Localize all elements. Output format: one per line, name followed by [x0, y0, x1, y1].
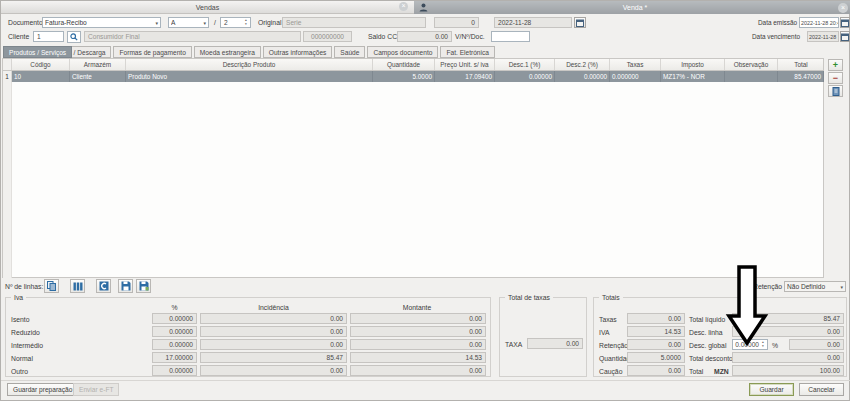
iva-pct-field: 0.00000 [152, 313, 197, 324]
taxa-value: 0.00 [566, 340, 579, 347]
save-as-icon [139, 281, 149, 291]
totais-left-value: 0.00 [668, 367, 681, 374]
currency-button[interactable] [96, 279, 111, 293]
iva-row-label: Reduzido [11, 329, 40, 336]
tab-campos-documento[interactable]: Campos documento [367, 46, 438, 58]
totais-left-field: 0.00 [627, 339, 685, 350]
doc-number-input[interactable]: 2 [220, 17, 251, 28]
count-value: 0 [471, 19, 475, 26]
col-observacao[interactable]: Observação [725, 59, 778, 70]
search-button[interactable] [67, 31, 81, 43]
currency-label: MZN [714, 368, 729, 375]
chevron-down-icon [203, 20, 206, 26]
documento-select[interactable]: Fatura-Recibo [42, 17, 161, 28]
col-preco[interactable]: Preço Unit. s/ iva [435, 59, 495, 70]
data-emissao-input[interactable]: 2022-11-28 20:42 [799, 17, 839, 28]
tab-moeda-estrangeira[interactable]: Moeda estrangeira [194, 46, 261, 58]
cliente-code-value: 1 [37, 33, 41, 40]
totais-right-label: Total descontos [689, 355, 736, 362]
columns-config-button[interactable] [70, 279, 85, 293]
iva-incidencia-value: 0.00 [330, 367, 343, 374]
col-codigo[interactable]: Código [12, 59, 70, 70]
retencao-select[interactable]: Não Definido [784, 281, 846, 292]
vdoc-input[interactable] [491, 31, 530, 42]
tab-fat-eletronica[interactable]: Fat. Eletrónica [440, 46, 495, 58]
desc-global-total-value: 0.00 [827, 341, 840, 348]
search-icon [70, 33, 78, 41]
iva-incidencia-field: 0.00 [200, 365, 347, 376]
col-desc2[interactable]: Desc.2 (%) [555, 59, 610, 70]
calendar-glyph-icon [576, 19, 584, 27]
tab-produtos-servicos[interactable]: Produtos / Serviços [3, 46, 72, 58]
col-total[interactable]: Total [778, 59, 824, 70]
data-vencimento-field: 2022-11-28 [807, 31, 839, 42]
col-armazem[interactable]: Armazém [70, 59, 126, 70]
tab-outras-informacoes[interactable]: Outras informações [263, 46, 333, 58]
cliente-code-input[interactable]: 1 [33, 31, 64, 42]
totais-left-value: 0.00 [668, 341, 681, 348]
col-descricao[interactable]: Descrição Produto [126, 59, 373, 70]
guardar-button[interactable]: Guardar [749, 383, 794, 396]
columns-icon [73, 282, 83, 291]
totais-left-value: 14.53 [664, 328, 681, 335]
serie-select[interactable]: A [168, 17, 209, 28]
col-taxas[interactable]: Taxas [610, 59, 661, 70]
cell-total: 85.47000 [778, 71, 824, 82]
documento-select-value: Fatura-Recibo [45, 19, 153, 26]
cell-desc2: 0.00000 [555, 71, 610, 82]
front-window-title: Venda * [432, 4, 838, 11]
iva-row-label: Normal [11, 355, 33, 362]
spinner-arrows-icon[interactable] [243, 18, 249, 27]
grid-empty-area[interactable] [3, 82, 823, 278]
back-window-title: Vendas [196, 4, 219, 11]
close-icon[interactable] [838, 3, 848, 13]
calendar-glyph-icon [841, 19, 849, 27]
calendar-icon[interactable] [840, 31, 850, 42]
lines-count-label: Nº de linhas: 1 [5, 283, 49, 290]
doc-date-value: 2022-11-28 [498, 19, 531, 26]
totais-left-label: IVA [599, 329, 609, 336]
col-imposto[interactable]: Imposto [661, 59, 725, 70]
add-line-button[interactable]: + [828, 59, 843, 71]
iva-panel: Iva % Incidência Montante Isento 0.00000… [5, 297, 491, 377]
iva-incidencia-value: 0.00 [330, 341, 343, 348]
grid-corner [3, 59, 12, 70]
total-taxas-panel: Total de taxas TAXA 0.00 [499, 297, 587, 377]
row-number-gutter [3, 82, 12, 278]
col-desc1[interactable]: Desc.1 (%) [495, 59, 555, 70]
cancelar-button[interactable]: Cancelar [799, 383, 844, 396]
slash-separator: / [214, 19, 216, 26]
calendar-icon[interactable] [574, 17, 586, 28]
close-icon[interactable] [399, 2, 408, 11]
iva-panel-title: Iva [11, 294, 26, 301]
cell-imposto: MZ17% - NOR [661, 71, 725, 82]
table-row[interactable]: 1 10 Cliente Produto Novo 5.0000 17.0940… [3, 71, 823, 82]
cell-codigo: 10 [12, 71, 70, 82]
iva-col-incidencia: Incidência [200, 304, 347, 311]
total-value: 100.00 [820, 367, 840, 374]
calendar-icon[interactable] [840, 17, 850, 28]
copy-icon [47, 281, 56, 291]
serie-select-value: A [171, 19, 201, 26]
copy-rows-button[interactable] [44, 279, 59, 293]
remove-line-button[interactable]: − [828, 72, 843, 84]
tab-saude[interactable]: Saúde [334, 46, 365, 58]
iva-row-label: Intermédio [11, 342, 43, 349]
desc-global-total-field: 0.00 [789, 339, 844, 350]
count-field: 0 [434, 17, 479, 28]
doc-date-field: 2022-11-28 [494, 17, 572, 28]
col-quantidade[interactable]: Quantidade [373, 59, 435, 70]
iva-pct-value: 0.00000 [169, 341, 193, 348]
tab-formas-pagamento[interactable]: Formas de pagamento [113, 46, 191, 58]
save-grid-button[interactable] [118, 279, 133, 293]
guardar-preparacao-button[interactable]: Guardar preparação [7, 383, 78, 396]
iva-incidencia-field: 85.47 [200, 352, 347, 363]
totais-left-label: Taxas [599, 316, 617, 323]
sales-window: Vendas Venda * Documento Fatura-Recibo A… [0, 0, 850, 401]
line-detail-button[interactable] [828, 85, 843, 97]
iva-col-pct: % [152, 304, 197, 311]
totais-left-field: 14.53 [627, 326, 685, 337]
user-icon [419, 3, 428, 12]
save-layout-button[interactable] [136, 279, 151, 293]
iva-incidencia-field: 0.00 [200, 339, 347, 350]
